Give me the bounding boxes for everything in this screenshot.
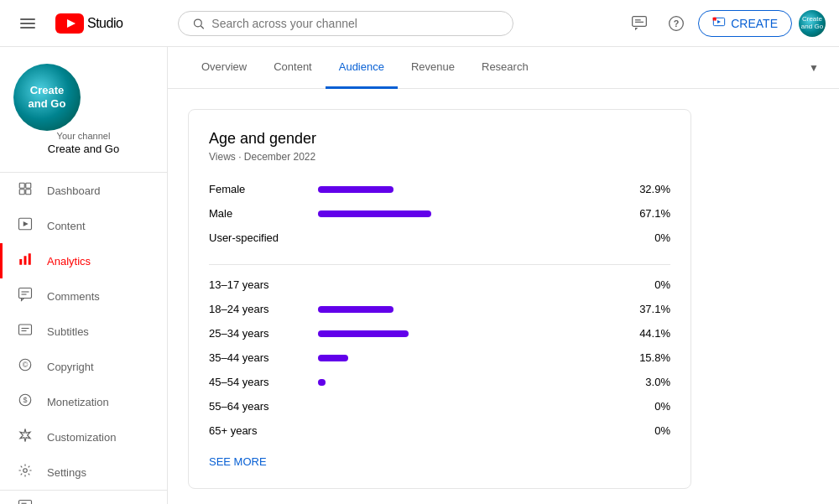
sidebar-item-content[interactable]: Content: [0, 208, 167, 243]
create-label: CREATE: [731, 17, 778, 30]
studio-label: Studio: [87, 16, 122, 31]
bar: [318, 355, 348, 361]
bar: [318, 210, 431, 217]
bar-container: [318, 282, 628, 288]
analytics-label: Analytics: [47, 255, 91, 268]
tab-content[interactable]: Content: [260, 47, 326, 89]
bar: [318, 306, 393, 313]
bar-pct: 15.8%: [628, 351, 670, 364]
svg-point-35: [23, 469, 28, 473]
age-section: 13–17 years 0% 18–24 years 37.1% 25–34 y…: [209, 278, 670, 437]
menu-button[interactable]: [13, 12, 42, 35]
svg-rect-18: [19, 190, 24, 195]
user-avatar[interactable]: Createand Go: [799, 10, 826, 37]
bar-label: 25–34 years: [209, 327, 318, 340]
bar-container: [318, 235, 628, 242]
copyright-label: Copyright: [47, 361, 94, 373]
content-icon: [17, 216, 34, 235]
monetization-icon: $: [17, 392, 34, 411]
bar-container: [318, 210, 628, 217]
bar-label: 35–44 years: [209, 351, 318, 364]
bar-label: 13–17 years: [209, 278, 318, 291]
age-bar-row: 65+ years 0%: [209, 424, 670, 437]
bar-pct: 0%: [628, 278, 670, 291]
send-feedback-icon: [17, 499, 34, 504]
subtitles-label: Subtitles: [47, 325, 89, 338]
age-bar-row: 13–17 years 0%: [209, 278, 670, 291]
header-right: ? + CREATE Createand Go: [624, 8, 826, 39]
main-area: Createand Go Your channel Create and Go …: [0, 47, 839, 504]
bar-pct: 0%: [628, 424, 670, 437]
svg-rect-1: [20, 23, 35, 24]
channel-name: Create and Go: [13, 143, 154, 155]
sidebar-item-analytics[interactable]: Analytics: [0, 243, 167, 278]
header: Studio ?: [0, 0, 839, 47]
bar-label: 45–54 years: [209, 376, 318, 388]
gender-bar-row: Female 32.9%: [209, 183, 670, 195]
channel-info: Createand Go Your channel Create and Go: [0, 47, 167, 173]
svg-rect-23: [24, 256, 27, 265]
svg-rect-25: [19, 288, 32, 299]
search-bar[interactable]: [178, 11, 513, 36]
tab-research[interactable]: Research: [468, 47, 542, 89]
svg-point-5: [195, 19, 202, 27]
see-more-link[interactable]: SEE MORE: [209, 455, 267, 468]
svg-rect-16: [19, 183, 24, 188]
help-icon: ?: [668, 15, 685, 32]
svg-rect-19: [26, 190, 31, 195]
bar-container: [318, 330, 628, 337]
monetization-label: Monetization: [47, 396, 109, 408]
sidebar-item-monetization[interactable]: $ Monetization: [0, 384, 167, 419]
content-label: Content: [47, 220, 86, 232]
comments-label: Comments: [47, 290, 100, 303]
bar-pct: 67.1%: [628, 207, 670, 220]
feedback-icon-button[interactable]: [624, 8, 654, 39]
tabs-dropdown-arrow[interactable]: ▼: [809, 62, 819, 74]
svg-text:©: ©: [23, 361, 29, 369]
your-channel-label: Your channel: [13, 131, 154, 141]
divider: [209, 264, 670, 265]
search-input[interactable]: [211, 17, 499, 30]
sidebar-item-send-feedback[interactable]: Send feedback: [0, 491, 167, 504]
age-bar-row: 18–24 years 37.1%: [209, 303, 670, 315]
subtitles-icon: [17, 322, 34, 340]
settings-icon: [17, 463, 34, 481]
age-bar-row: 55–64 years 0%: [209, 400, 670, 413]
bar: [318, 186, 393, 193]
bar-container: [318, 428, 628, 434]
bar-container: [318, 186, 628, 193]
tab-audience[interactable]: Audience: [326, 47, 398, 89]
youtube-studio-logo[interactable]: Studio: [55, 13, 122, 34]
bar-label: 55–64 years: [209, 400, 318, 413]
dashboard-icon: [17, 181, 34, 200]
svg-text:?: ?: [674, 18, 680, 29]
svg-rect-7: [633, 16, 647, 26]
sidebar-item-customization[interactable]: Customization: [0, 419, 167, 455]
svg-rect-24: [29, 253, 31, 265]
tab-overview[interactable]: Overview: [188, 47, 260, 89]
sidebar-item-dashboard[interactable]: Dashboard: [0, 173, 167, 208]
analytics-content: Age and gender Views · December 2022 Fem…: [168, 89, 839, 504]
feedback-icon: [631, 15, 648, 32]
help-icon-button[interactable]: ?: [661, 8, 691, 39]
create-icon: +: [712, 17, 726, 30]
svg-marker-13: [717, 20, 721, 23]
sidebar-item-copyright[interactable]: © Copyright: [0, 349, 167, 384]
gender-bar-row: Male 67.1%: [209, 207, 670, 220]
channel-avatar[interactable]: Createand Go: [13, 64, 81, 131]
analytics-icon: [17, 252, 34, 270]
sidebar-item-subtitles[interactable]: Subtitles: [0, 314, 167, 349]
age-bar-row: 25–34 years 44.1%: [209, 327, 670, 340]
copyright-icon: ©: [17, 357, 34, 376]
sidebar-item-settings[interactable]: Settings: [0, 455, 167, 490]
svg-rect-22: [19, 259, 22, 265]
bar-container: [318, 306, 628, 313]
create-button[interactable]: + CREATE: [698, 10, 792, 37]
svg-marker-21: [23, 221, 29, 226]
avatar-text: Createand Go: [800, 14, 825, 33]
youtube-icon: [55, 13, 84, 34]
tab-revenue[interactable]: Revenue: [398, 47, 468, 89]
svg-text:$: $: [23, 396, 27, 404]
sidebar-item-comments[interactable]: Comments: [0, 278, 167, 314]
gender-section: Female 32.9% Male 67.1% User-specified 0…: [209, 183, 670, 244]
